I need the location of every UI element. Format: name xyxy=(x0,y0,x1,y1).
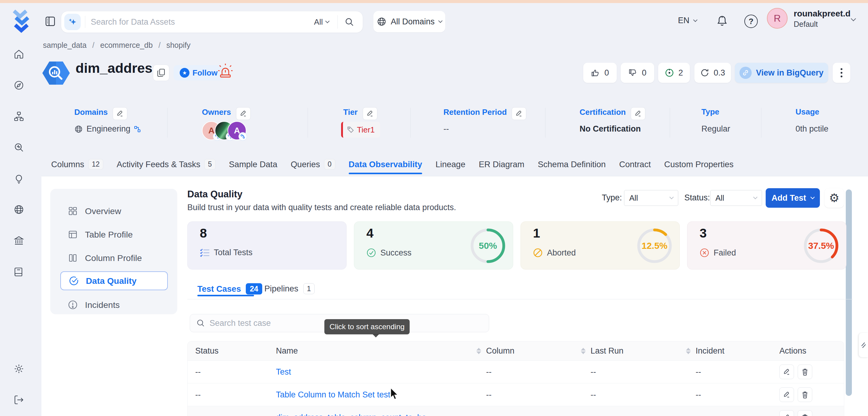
col-actions: Actions xyxy=(779,346,843,356)
edit-test-button[interactable] xyxy=(779,410,794,416)
breadcrumb-item-schema[interactable]: shopify xyxy=(166,41,190,49)
delete-test-button[interactable] xyxy=(798,364,812,379)
tab-er-diagram[interactable]: ER Diagram xyxy=(479,159,524,170)
sort-tooltip: Click to sort ascending xyxy=(324,319,410,334)
sort-icon[interactable] xyxy=(476,348,481,354)
sidebar-item-govern[interactable] xyxy=(14,235,24,246)
aborted-value: 1 xyxy=(533,226,540,241)
subnav-item-column-profile[interactable]: Column Profile xyxy=(50,249,177,267)
aborted-donut: 12.5% xyxy=(635,226,674,265)
sidebar-item-explore[interactable] xyxy=(14,80,24,91)
tab-custom-properties[interactable]: Custom Properties xyxy=(664,159,734,170)
edit-domains-button[interactable] xyxy=(113,107,127,120)
global-search-bar[interactable]: Search for Data Assets All xyxy=(61,11,363,33)
sidebar-item-lineage[interactable] xyxy=(14,111,24,122)
failed-icon xyxy=(700,248,709,258)
more-actions-button[interactable] xyxy=(833,63,850,83)
tab-test-cases[interactable]: Test Cases 24 xyxy=(197,283,262,294)
tab-columns[interactable]: Columns12 xyxy=(51,159,103,170)
breadcrumb-item-service[interactable]: sample_data xyxy=(43,41,87,49)
table-row[interactable]: -- Table Column to Match Set test -- -- … xyxy=(188,383,844,406)
language-select[interactable]: EN xyxy=(678,16,697,25)
vertical-scrollbar[interactable] xyxy=(846,189,852,396)
edit-tier-button[interactable] xyxy=(363,107,377,120)
table-row[interactable]: -- dim_address_table_column_count_to_be … xyxy=(188,406,844,416)
tab-lineage[interactable]: Lineage xyxy=(436,159,465,170)
edit-retention-button[interactable] xyxy=(512,107,526,120)
sidebar-item-home[interactable] xyxy=(14,49,24,59)
subnav-item-incidents[interactable]: Incidents xyxy=(50,295,177,314)
sidebar-item-incident-manager[interactable] xyxy=(14,173,24,184)
edit-test-button[interactable] xyxy=(779,364,794,379)
tab-queries[interactable]: Queries0 xyxy=(290,159,335,170)
user-avatar[interactable]: R xyxy=(767,8,787,29)
check-circle-icon xyxy=(69,276,79,286)
upvote-button[interactable]: 0 xyxy=(583,63,617,83)
queries-stat-button[interactable]: 2 xyxy=(658,63,690,83)
test-case-link[interactable]: Test xyxy=(276,367,291,376)
subnav-item-overview[interactable]: Overview xyxy=(50,202,177,221)
tab-pipelines[interactable]: Pipelines 1 xyxy=(265,283,315,294)
downvote-button[interactable]: 0 xyxy=(621,63,654,83)
follow-button[interactable]: ★ Follow xyxy=(174,65,223,81)
help-icon[interactable]: ? xyxy=(744,14,758,28)
copy-name-button[interactable] xyxy=(153,65,169,81)
all-domains-button[interactable]: All Domains xyxy=(373,11,445,32)
test-case-link[interactable]: dim_address_table_column_count_to_be xyxy=(276,413,426,416)
edit-owners-button[interactable] xyxy=(236,107,251,120)
tab-activity-feeds[interactable]: Activity Feeds & Tasks5 xyxy=(117,159,215,170)
sort-icon[interactable] xyxy=(581,348,586,354)
subnav-item-data-quality[interactable]: Data Quality xyxy=(60,271,168,290)
tab-contract[interactable]: Contract xyxy=(619,159,651,170)
domain-name[interactable]: Engineering xyxy=(87,124,130,134)
usage-label: Usage xyxy=(796,107,819,117)
upvote-count: 0 xyxy=(604,68,609,78)
sidebar-item-observability[interactable] xyxy=(14,142,24,153)
sidebar-toggle-icon[interactable] xyxy=(45,16,56,27)
sidebar-item-logout[interactable] xyxy=(14,395,24,405)
failed-card: 3 Failed 37.5% xyxy=(687,221,846,269)
search-scope-select[interactable]: All xyxy=(314,18,323,27)
edit-certification-button[interactable] xyxy=(631,107,645,120)
sidebar-item-glossary[interactable] xyxy=(14,266,24,277)
right-panel-handle[interactable] xyxy=(859,333,868,357)
add-test-button[interactable]: Add Test xyxy=(766,188,820,208)
subnav-item-table-profile[interactable]: Table Profile xyxy=(50,225,177,244)
search-icon[interactable] xyxy=(344,17,354,27)
breadcrumb-item-database[interactable]: ecommerce_db xyxy=(100,41,153,49)
col-last-run[interactable]: Last Run xyxy=(591,346,695,356)
owner-avatar[interactable]: A xyxy=(227,121,246,140)
sidebar-item-settings[interactable] xyxy=(14,363,24,374)
tab-schema-definition[interactable]: Schema Definition xyxy=(538,159,606,170)
search-input[interactable]: Search for Data Assets xyxy=(91,18,314,27)
user-menu-chevron-icon[interactable] xyxy=(851,17,855,23)
table-row[interactable]: -- Test -- -- -- xyxy=(188,360,844,383)
top-accent-strip xyxy=(0,0,868,3)
pipelines-count-badge: 1 xyxy=(303,283,315,294)
sidebar-item-domains[interactable] xyxy=(14,204,24,215)
quality-settings-button[interactable]: ⚙ xyxy=(825,188,844,208)
tab-data-observability[interactable]: Data Observability xyxy=(349,159,422,170)
version-button[interactable]: 0.3 xyxy=(694,63,731,83)
edit-test-button[interactable] xyxy=(779,387,794,402)
sort-icon[interactable] xyxy=(686,348,691,354)
delete-test-button[interactable] xyxy=(798,387,812,402)
domains-value[interactable]: Engineering xyxy=(74,124,141,134)
col-column[interactable]: Column xyxy=(486,346,591,356)
tier-badge[interactable]: Tier1 xyxy=(341,122,380,138)
aborted-label: Aborted xyxy=(547,248,576,258)
status-filter-select[interactable]: All xyxy=(710,190,762,206)
type-filter-select[interactable]: All xyxy=(624,190,678,206)
owners-avatars[interactable]: A A xyxy=(202,121,263,139)
tab-sample-data[interactable]: Sample Data xyxy=(229,159,277,170)
delete-test-button[interactable] xyxy=(798,410,812,416)
meta-retention: Retention Period xyxy=(443,107,526,120)
notifications-bell-icon[interactable] xyxy=(716,14,728,27)
test-case-link[interactable]: Table Column to Match Set test xyxy=(276,390,390,399)
app-logo[interactable] xyxy=(11,8,35,35)
alert-siren-icon[interactable] xyxy=(218,63,233,79)
view-in-bigquery-button[interactable]: View in BigQuery xyxy=(735,63,828,83)
col-name[interactable]: Name xyxy=(276,346,486,356)
ai-sparkle-icon[interactable] xyxy=(64,14,81,30)
failed-label: Failed xyxy=(714,248,736,258)
